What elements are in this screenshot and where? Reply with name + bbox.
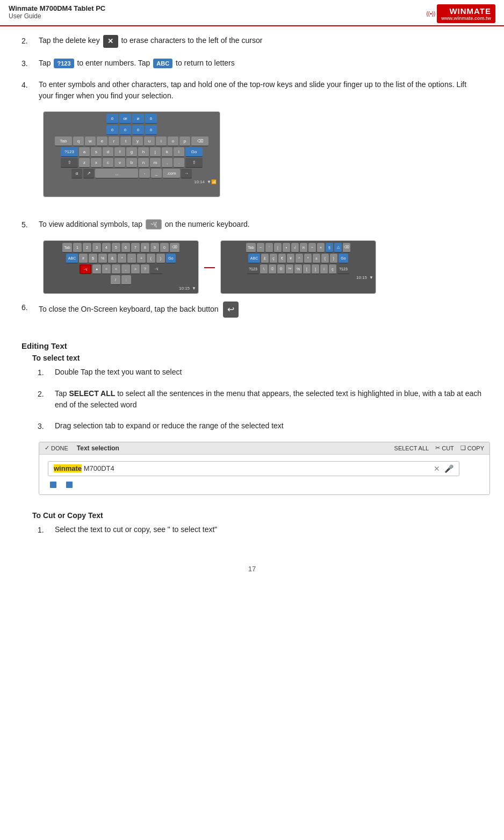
tilde-key[interactable]: ~ (257, 243, 264, 253)
abc-switch-s[interactable]: ABC (248, 254, 260, 263)
eq-key[interactable]: = (102, 264, 111, 274)
div-key[interactable]: ÷ (308, 243, 316, 253)
dot-key[interactable]: ● (92, 264, 101, 274)
period-key[interactable]: . (174, 158, 184, 168)
sqrt-key[interactable]: √ (291, 243, 299, 253)
num-switch-key[interactable]: ?123 (61, 147, 78, 157)
minus-key[interactable]: - (139, 169, 150, 178)
go-n[interactable]: Go (166, 254, 176, 263)
j-key[interactable]: j (150, 147, 161, 157)
minus-n[interactable]: - (127, 254, 136, 263)
x-key[interactable]: x (91, 158, 102, 168)
pi-key[interactable]: π (300, 243, 307, 253)
pct-key[interactable]: % (98, 254, 107, 263)
reg-key[interactable]: ® (277, 264, 285, 274)
bksp-n[interactable]: ⌫ (170, 243, 179, 253)
selection-handle-left[interactable] (50, 482, 56, 488)
section-key[interactable]: § (326, 243, 333, 253)
clear-input-button[interactable]: ✕ (434, 464, 440, 473)
gt-key[interactable]: > (131, 264, 140, 274)
rbrace-key[interactable]: } (330, 254, 337, 263)
num-switch-s2[interactable]: ?123 (337, 264, 349, 274)
l-key[interactable]: l (174, 147, 184, 157)
t-key[interactable]: t (120, 137, 131, 146)
n0-key[interactable]: 0 (160, 243, 169, 253)
g-key[interactable]: g (126, 147, 137, 157)
lt-key[interactable]: < (112, 264, 120, 274)
rbracket-key[interactable]: ] (312, 264, 319, 274)
pct-s[interactable]: % (294, 264, 302, 274)
selection-handle-right[interactable] (66, 482, 73, 488)
times-key[interactable]: × (317, 243, 325, 253)
i-key[interactable]: i (156, 137, 167, 146)
d-key[interactable]: d (103, 147, 113, 157)
qmark-key[interactable]: ? (141, 264, 149, 274)
n1-key[interactable]: 1 (73, 243, 82, 253)
dollar-key[interactable]: $ (89, 254, 97, 263)
w-key[interactable]: w (85, 137, 96, 146)
shift-key-r[interactable]: ⇧ (185, 158, 203, 168)
alpha-key[interactable]: α (71, 169, 82, 178)
pipe-key[interactable]: | (274, 243, 282, 253)
b-key[interactable]: b (126, 158, 137, 168)
tab-key-s[interactable]: Tab (246, 243, 256, 253)
arrow-key[interactable]: ↗ (83, 169, 94, 178)
p-key[interactable]: p (179, 137, 190, 146)
v-key[interactable]: v (114, 158, 125, 168)
sym-switch-r[interactable]: ~\{ (150, 264, 162, 274)
cut-button[interactable]: ✂ CUT (435, 444, 454, 451)
apos-key[interactable]: ' (265, 243, 273, 253)
next-key[interactable]: → (181, 169, 192, 178)
n5-key[interactable]: 5 (112, 243, 120, 253)
go-key[interactable]: Go (185, 147, 203, 157)
mic-button[interactable]: 🎤 (444, 464, 453, 473)
lbracket-key[interactable]: [ (303, 264, 311, 274)
rparen-key[interactable]: ) (156, 254, 165, 263)
tm-key[interactable]: ™ (286, 264, 293, 274)
slash-key[interactable]: / (111, 275, 120, 285)
text-input-field[interactable]: winmate M700DT4 ✕ 🎤 (48, 461, 459, 476)
a-key[interactable]: a (79, 147, 90, 157)
delta-key[interactable]: △ (334, 243, 342, 253)
yen-key[interactable]: ¥ (287, 254, 294, 263)
dotcom-key[interactable]: .com (163, 169, 180, 178)
plusminus-key[interactable]: ± (313, 254, 320, 263)
c-key[interactable]: c (103, 158, 113, 168)
cedil-key[interactable]: ç (270, 254, 277, 263)
n8-key[interactable]: 8 (141, 243, 149, 253)
colon-key[interactable]: : (121, 275, 131, 285)
go-s[interactable]: Go (339, 254, 348, 263)
tab-key[interactable]: Tab (55, 137, 72, 146)
r-key[interactable]: r (109, 137, 119, 146)
n-key[interactable]: n (138, 158, 149, 168)
bksp-s[interactable]: ⌫ (343, 243, 350, 253)
caret-key[interactable]: ^ (296, 254, 303, 263)
plus-key[interactable]: + (137, 254, 146, 263)
done-button[interactable]: ✓ DONE (45, 444, 68, 451)
underscore-key[interactable]: _ (151, 169, 162, 178)
space-key[interactable]: ⎵ (95, 169, 138, 178)
abc-switch[interactable]: ABC (66, 254, 78, 263)
n4-key[interactable]: 4 (102, 243, 111, 253)
f-key[interactable]: f (114, 147, 125, 157)
copy-key[interactable]: © (269, 264, 276, 274)
e-key[interactable]: e (97, 137, 107, 146)
lbrace-key[interactable]: { (321, 254, 329, 263)
copy-button[interactable]: ❑ COPY (460, 444, 484, 451)
lparen-key[interactable]: ( (147, 254, 155, 263)
k-key[interactable]: k (162, 147, 172, 157)
star-s[interactable]: * (304, 254, 312, 263)
bullet-key[interactable]: • (283, 243, 290, 253)
h-key[interactable]: h (138, 147, 149, 157)
backspace-key[interactable]: ⌫ (191, 137, 208, 146)
q-key[interactable]: q (73, 137, 84, 146)
amp-key[interactable]: & (108, 254, 117, 263)
euro-key[interactable]: € (278, 254, 286, 263)
i-key-s[interactable]: i (320, 264, 328, 274)
comma-key[interactable]: , (162, 158, 172, 168)
shift-key-l[interactable]: ⇧ (61, 158, 78, 168)
n9-key[interactable]: 9 (150, 243, 159, 253)
m-key[interactable]: m (150, 158, 161, 168)
o-key[interactable]: o (168, 137, 178, 146)
y-key[interactable]: y (132, 137, 143, 146)
